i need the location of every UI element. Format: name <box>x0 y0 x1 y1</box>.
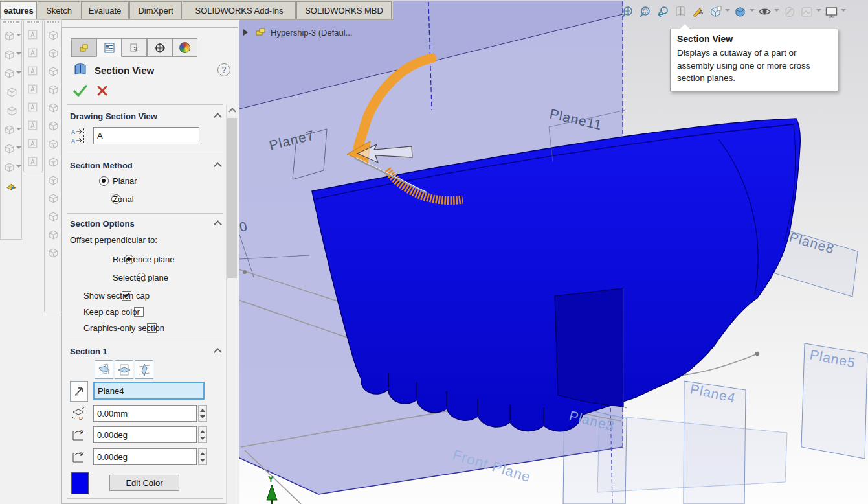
previous-view-icon[interactable] <box>655 4 671 19</box>
disabled-annotation-icon[interactable] <box>25 117 41 135</box>
dropdown-caret-icon[interactable] <box>774 9 779 14</box>
edit-color-button[interactable]: Edit Color <box>109 475 179 491</box>
disabled-view-icon[interactable] <box>45 45 61 62</box>
disabled-tool-icon[interactable] <box>3 84 20 101</box>
toolbar-grip[interactable] <box>47 21 59 26</box>
tab-feature-manager[interactable] <box>71 38 96 57</box>
disabled-annotation-icon[interactable] <box>25 81 41 98</box>
disabled-view-icon[interactable] <box>45 27 61 44</box>
section-plane-selection-input[interactable] <box>93 382 205 400</box>
tab-dimxpert-manager[interactable] <box>147 38 172 57</box>
disabled-annotation-icon[interactable] <box>25 45 41 62</box>
disabled-view-icon[interactable] <box>45 63 61 80</box>
flyout-caret-icon[interactable] <box>16 52 21 58</box>
tab-sketch[interactable]: Sketch <box>38 1 80 19</box>
tab-solidworks-add-ins[interactable]: SOLIDWORKS Add-Ins <box>183 1 296 19</box>
radio-planar[interactable] <box>99 176 109 186</box>
disabled-annotation-icon[interactable] <box>25 99 41 117</box>
section-plane-yz-button[interactable] <box>135 360 153 379</box>
apply-scene-icon[interactable] <box>799 4 814 19</box>
collapse-chevron-icon[interactable] <box>214 162 222 170</box>
view-settings-icon[interactable] <box>823 4 839 19</box>
ribbon-tab-bar: eatures Sketch Evaluate DimXpert SOLIDWO… <box>0 0 393 20</box>
edit-appearance-icon[interactable] <box>781 4 797 19</box>
tab-configuration-manager[interactable] <box>122 38 147 57</box>
collapse-chevron-icon[interactable] <box>214 348 222 356</box>
view-orientation-icon[interactable] <box>707 4 723 19</box>
edit-annotation-icon[interactable] <box>690 4 706 19</box>
instant3d-icon[interactable] <box>3 178 20 195</box>
disabled-tool-icon[interactable] <box>2 46 16 63</box>
disabled-annotation-icon[interactable] <box>25 135 41 153</box>
dropdown-caret-icon[interactable] <box>725 9 730 14</box>
section-label-input[interactable] <box>93 127 199 144</box>
collapse-chevron-icon[interactable] <box>214 113 222 121</box>
disabled-view-icon[interactable] <box>45 172 61 189</box>
disabled-view-icon[interactable] <box>45 117 61 135</box>
disabled-tool-icon[interactable] <box>2 159 16 176</box>
cancel-button[interactable] <box>96 84 109 100</box>
section-plane-xy-button[interactable] <box>95 360 113 379</box>
disabled-tool-icon[interactable] <box>3 102 20 120</box>
section-view-icon-active[interactable] <box>673 4 688 19</box>
flyout-caret-icon[interactable] <box>16 34 21 39</box>
dropdown-caret-icon[interactable] <box>750 9 755 14</box>
tab-evaluate[interactable]: Evaluate <box>81 1 129 19</box>
reverse-direction-button[interactable] <box>70 381 88 402</box>
disabled-view-icon[interactable] <box>45 99 61 117</box>
group-drawing-section-view[interactable]: Drawing Section View <box>70 111 157 121</box>
disabled-tool-icon[interactable] <box>2 27 16 45</box>
x-rotation-input[interactable] <box>93 426 197 443</box>
disabled-view-icon[interactable] <box>45 208 61 225</box>
offset-distance-spinner[interactable] <box>198 405 207 422</box>
panel-scrollbar[interactable] <box>226 105 238 504</box>
group-section-method[interactable]: Section Method <box>70 161 133 170</box>
feature-tree-flyout[interactable]: Hypership-3 (Defaul... <box>243 26 352 39</box>
dropdown-caret-icon[interactable] <box>816 9 821 14</box>
group-section1[interactable]: Section 1 <box>70 347 107 356</box>
tab-features[interactable]: eatures <box>0 1 37 19</box>
expand-arrow-icon[interactable] <box>243 29 251 36</box>
disabled-view-icon[interactable] <box>45 81 61 98</box>
disabled-view-icon[interactable] <box>45 190 61 207</box>
group-section-options[interactable]: Section Options <box>70 219 135 229</box>
zoom-to-fit-icon[interactable] <box>620 4 636 19</box>
display-style-icon[interactable] <box>732 4 748 19</box>
flyout-caret-icon[interactable] <box>16 128 21 133</box>
disabled-view-icon[interactable] <box>45 154 61 171</box>
scrollbar-up-button[interactable] <box>227 105 238 116</box>
x-rotation-spinner[interactable] <box>198 426 207 443</box>
toolbar-grip[interactable] <box>3 21 19 26</box>
toolbar-strip-annotations <box>23 19 43 172</box>
tab-property-manager[interactable] <box>96 38 122 57</box>
disabled-tool-icon[interactable] <box>2 65 16 82</box>
section-plane-xz-button[interactable] <box>115 360 133 379</box>
disabled-tool-icon[interactable] <box>2 121 16 139</box>
tab-solidworks-mbd[interactable]: SOLIDWORKS MBD <box>296 1 392 19</box>
y-rotation-spinner[interactable] <box>198 448 207 465</box>
disabled-tool-icon[interactable] <box>2 140 16 157</box>
collapse-chevron-icon[interactable] <box>214 220 222 229</box>
scrollbar-thumb[interactable] <box>227 118 237 278</box>
y-rotation-input[interactable] <box>93 448 197 465</box>
disabled-annotation-icon[interactable] <box>25 27 41 44</box>
toolbar-grip[interactable] <box>27 21 39 26</box>
disabled-view-icon[interactable] <box>45 244 61 262</box>
zoom-to-area-icon[interactable] <box>638 4 653 19</box>
offset-distance-input[interactable] <box>93 405 197 422</box>
flyout-caret-icon[interactable] <box>16 165 21 170</box>
offset-perpendicular-label: Offset perpendicular to: <box>70 235 157 245</box>
dropdown-caret-icon[interactable] <box>841 9 846 14</box>
disabled-view-icon[interactable] <box>45 135 61 153</box>
tab-dimxpert[interactable]: DimXpert <box>129 1 182 19</box>
disabled-annotation-icon[interactable] <box>25 154 41 171</box>
flyout-caret-icon[interactable] <box>16 146 21 152</box>
help-icon[interactable]: ? <box>217 63 230 76</box>
ok-button[interactable] <box>72 84 88 100</box>
flyout-caret-icon[interactable] <box>16 71 21 76</box>
tab-display-manager[interactable] <box>172 38 197 57</box>
disabled-annotation-icon[interactable] <box>25 63 41 80</box>
disabled-view-icon[interactable] <box>45 226 61 244</box>
section-color-swatch[interactable] <box>71 472 89 494</box>
hide-show-items-icon[interactable] <box>757 4 772 19</box>
